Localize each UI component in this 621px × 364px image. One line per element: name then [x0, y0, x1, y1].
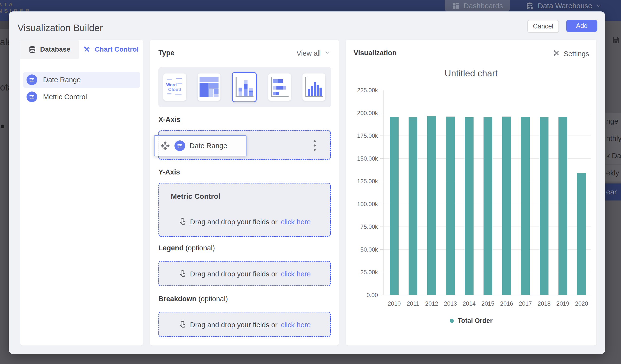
- bar-2018: [540, 117, 549, 295]
- bar-2016: [502, 117, 511, 295]
- y-axis-tick-label: 175.00k: [346, 132, 378, 139]
- warehouse-icon: [526, 2, 534, 10]
- drop-hint-text: Drag and drop your fields or: [190, 270, 277, 278]
- legend-label: Legend (optional): [158, 244, 215, 252]
- click-here-link[interactable]: click here: [281, 270, 311, 278]
- y-axis-line: [383, 90, 383, 295]
- gridline: [383, 90, 591, 90]
- legend-drop-zone[interactable]: Drag and drop your fields or click here: [158, 261, 331, 286]
- x-axis-tick-label: 2012: [422, 300, 441, 307]
- builder-panel: Type View all WordCloud X-Axis Date Rang…: [150, 40, 339, 346]
- bar-2017: [521, 117, 530, 295]
- background-left-strip: aleota: [0, 0, 9, 364]
- x-axis-tick-label: 2018: [535, 300, 553, 307]
- bar-2011: [409, 117, 417, 295]
- chevron-down-icon: [324, 49, 330, 57]
- breakdown-label: Breakdown (optional): [158, 295, 228, 303]
- field-item-label: Date Range: [43, 76, 81, 84]
- settings-tools-icon: [553, 49, 560, 58]
- y-axis-tick-label: 25.00k: [346, 269, 378, 276]
- dashboard-grid-icon: [452, 2, 460, 10]
- click-here-link[interactable]: click here: [281, 218, 311, 226]
- tab-database-label: Database: [40, 46, 70, 53]
- chart-legend: Total Order: [346, 317, 596, 325]
- x-axis-tick-label: 2011: [404, 300, 422, 307]
- control-icon: [174, 140, 185, 151]
- y-tick-mark: [380, 181, 383, 181]
- view-all-dropdown[interactable]: View all: [297, 49, 330, 57]
- y-tick-mark: [380, 204, 383, 204]
- bar-2010: [390, 117, 398, 295]
- y-axis-tick-label: 225.00k: [346, 87, 378, 94]
- tab-chart-control[interactable]: Chart Control: [79, 40, 143, 59]
- x-axis-tick-label: 2020: [572, 300, 591, 307]
- nav-item-label: Data Warehouse: [538, 2, 592, 10]
- y-axis-tick-label: 50.00k: [346, 246, 378, 253]
- tab-database[interactable]: Database: [20, 40, 79, 59]
- y-axis-drop-hint: Drag and drop your fields or click here: [159, 217, 330, 227]
- x-axis-tick-label: 2016: [497, 300, 516, 307]
- background-menu-item: ekly: [605, 164, 621, 182]
- background-right-strip: ngenthlyk Dateeklyear: [605, 21, 621, 364]
- svg-text:Word: Word: [166, 83, 177, 87]
- gridline: [383, 113, 591, 113]
- chart-type-treemap[interactable]: [198, 73, 221, 101]
- y-tick-mark: [380, 158, 383, 159]
- field-item-date-range[interactable]: Date Range: [23, 72, 140, 88]
- nav-item-data-warehouse[interactable]: Data Warehouse: [519, 0, 609, 12]
- y-axis-tick-label: 75.00k: [346, 223, 378, 230]
- y-axis-tick-label: 100.00k: [346, 201, 378, 208]
- visualization-settings-button[interactable]: Settings: [553, 49, 589, 58]
- chart-type-stacked-column-selected[interactable]: [232, 72, 257, 102]
- bar-2013: [446, 117, 455, 295]
- drop-hint-text: Drag and drop your fields or: [190, 218, 277, 226]
- chevron-down-icon: [596, 3, 602, 9]
- visualization-builder-modal: Visualization Builder Cancel Add Databas…: [9, 11, 605, 354]
- nav-item-settings[interactable]: Settings: [618, 0, 621, 12]
- nav-item-dashboards[interactable]: Dashboards: [445, 0, 510, 12]
- screen: ATA NSIDER DashboardsData WarehouseSetti…: [0, 0, 621, 364]
- tap-icon: [178, 269, 187, 279]
- chart-type-word-cloud[interactable]: WordCloud: [163, 73, 186, 101]
- background-text-fragment: ale: [0, 37, 9, 48]
- x-axis-line: [383, 295, 591, 295]
- x-axis-tick-label: 2015: [479, 300, 497, 307]
- breakdown-drop-zone[interactable]: Drag and drop your fields or click here: [158, 312, 331, 337]
- bar-2012: [427, 116, 436, 295]
- legend-optional-suffix: (optional): [185, 244, 215, 252]
- y-tick-mark: [380, 272, 383, 272]
- y-axis-drop-zone[interactable]: Metric Control Drag and drop your fields…: [158, 183, 331, 237]
- fields-panel: Database Chart Control Date RangeMetric …: [20, 40, 143, 346]
- visualization-header: Visualization: [354, 49, 397, 57]
- visualization-panel: Visualization Settings Untitled chart 0.…: [346, 40, 596, 346]
- background-band: [0, 21, 9, 29]
- y-tick-mark: [380, 136, 383, 136]
- y-tick-mark: [380, 226, 383, 227]
- tap-icon: [178, 217, 187, 227]
- cancel-button[interactable]: Cancel: [527, 20, 559, 33]
- tab-chart-control-label: Chart Control: [95, 46, 138, 53]
- add-button[interactable]: Add: [566, 20, 597, 32]
- tap-icon: [178, 320, 187, 330]
- x-axis-tick-label: 2010: [385, 300, 404, 307]
- breakdown-drop-hint: Drag and drop your fields or click here: [159, 320, 330, 330]
- field-item-metric-control[interactable]: Metric Control: [23, 89, 140, 105]
- y-axis-tick-label: 125.00k: [346, 178, 378, 185]
- x-axis-tick-label: 2014: [460, 300, 479, 307]
- chart-type-stacked-bar[interactable]: [268, 73, 291, 101]
- field-item-label: Metric Control: [43, 93, 87, 101]
- control-icon: [27, 91, 37, 102]
- y-axis-tick-label: 0.00: [346, 292, 378, 298]
- background-menu-item: nthly: [605, 130, 621, 147]
- background-menu-item: k Date: [605, 147, 621, 164]
- date-range-drag-chip[interactable]: Date Range: [154, 135, 246, 156]
- y-tick-mark: [380, 249, 383, 250]
- background-radio-dot: [1, 124, 4, 128]
- legend-series-name: Total Order: [458, 317, 493, 325]
- type-label: Type: [158, 49, 174, 57]
- x-axis-tick-label: 2013: [441, 300, 460, 307]
- kebab-menu-icon[interactable]: [311, 138, 318, 152]
- bar-2014: [465, 117, 474, 295]
- click-here-link[interactable]: click here: [281, 321, 311, 329]
- chart-type-column[interactable]: [302, 73, 325, 101]
